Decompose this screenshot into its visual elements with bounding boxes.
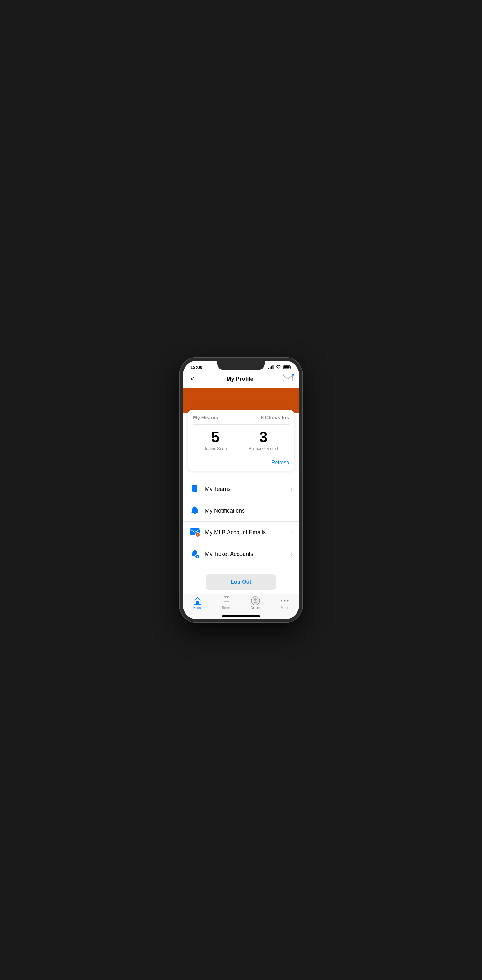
tab-more[interactable]: More (270, 597, 299, 609)
more-icon (280, 597, 289, 605)
status-icons (268, 365, 291, 369)
my-mlb-emails-chevron: › (291, 529, 293, 536)
svg-point-28 (287, 600, 288, 602)
stats-divider (193, 456, 289, 456)
orioles-icon (251, 597, 260, 605)
menu-item-my-teams[interactable]: My Teams › (183, 478, 299, 500)
logout-container: Log Out (183, 565, 299, 593)
nav-header: < My Profile (183, 371, 299, 388)
mail-notification-badge (291, 373, 295, 376)
menu-item-my-notifications[interactable]: My Notifications › (183, 500, 299, 522)
status-time: 12:00 (191, 364, 202, 370)
svg-point-25 (254, 598, 257, 601)
battery-icon (283, 365, 291, 369)
notch (218, 361, 264, 370)
mail-button[interactable] (283, 374, 294, 384)
svg-rect-7 (283, 374, 293, 381)
ballparks-stat: 3 Ballparks Visted (249, 430, 278, 451)
home-tab-label: Home (193, 606, 202, 609)
history-card: My History 8 Check-Ins 5 Teams Seen 3 Ba… (188, 410, 294, 471)
teams-seen-label: Teams Seen (204, 446, 227, 451)
svg-rect-5 (291, 367, 291, 368)
svg-rect-1 (270, 367, 271, 369)
svg-text:!: ! (197, 534, 198, 537)
logout-button[interactable]: Log Out (205, 574, 276, 590)
phone-frame: 12:00 (180, 358, 302, 622)
mlb-emails-icon: ! (189, 527, 200, 538)
home-indicator (222, 615, 260, 617)
home-icon (193, 597, 202, 605)
menu-item-my-ticket-accounts[interactable]: ? My Ticket Accounts › (183, 543, 299, 565)
more-tab-label: More (281, 606, 288, 609)
tab-orioles[interactable]: Orioles (241, 597, 270, 609)
my-notifications-label: My Notifications (205, 508, 291, 514)
ticket-accounts-icon: ? (189, 548, 200, 560)
orange-banner (183, 388, 299, 413)
svg-rect-0 (268, 368, 269, 369)
svg-rect-2 (271, 366, 272, 369)
svg-rect-19 (224, 597, 229, 605)
scroll-content[interactable]: 12:00 (183, 361, 299, 593)
notifications-icon (189, 505, 200, 516)
my-teams-chevron: › (291, 486, 293, 493)
back-button[interactable]: < (188, 374, 197, 384)
my-ticket-accounts-label: My Ticket Accounts (205, 551, 291, 557)
wifi-icon (276, 365, 282, 369)
svg-rect-12 (194, 513, 196, 514)
tab-tickets[interactable]: Tickets (212, 597, 241, 609)
history-title: My History (193, 415, 219, 421)
tab-home[interactable]: Home (183, 597, 212, 609)
my-notifications-chevron: › (291, 508, 293, 514)
ballparks-count: 3 (249, 430, 278, 445)
svg-rect-18 (196, 601, 199, 604)
my-ticket-accounts-chevron: › (291, 551, 293, 557)
menu-list: My Teams › My Notifications › (183, 478, 299, 565)
tickets-icon (222, 597, 231, 605)
signal-icon (268, 365, 274, 369)
refresh-button[interactable]: Refresh (193, 460, 289, 466)
teams-seen-count: 5 (204, 430, 227, 445)
ballparks-label: Ballparks Visted (249, 446, 278, 451)
my-mlb-emails-label: My MLB Account Emails (205, 529, 291, 536)
teams-seen-stat: 5 Teams Seen (204, 430, 227, 451)
orioles-tab-label: Orioles (250, 606, 261, 609)
checkins-count: 8 Check-Ins (261, 415, 289, 421)
svg-rect-11 (194, 485, 196, 486)
svg-point-26 (280, 600, 282, 602)
my-teams-label: My Teams (205, 486, 291, 493)
svg-text:?: ? (197, 555, 198, 558)
tickets-tab-label: Tickets (221, 606, 231, 609)
teams-icon (189, 484, 200, 495)
svg-rect-3 (273, 365, 274, 369)
svg-point-27 (284, 600, 285, 602)
stats-row: 5 Teams Seen 3 Ballparks Visted (193, 430, 289, 451)
svg-rect-6 (284, 366, 290, 368)
page-title: My Profile (226, 376, 253, 382)
menu-item-my-mlb-emails[interactable]: ! My MLB Account Emails › (183, 522, 299, 543)
history-header: My History 8 Check-Ins (193, 415, 289, 421)
